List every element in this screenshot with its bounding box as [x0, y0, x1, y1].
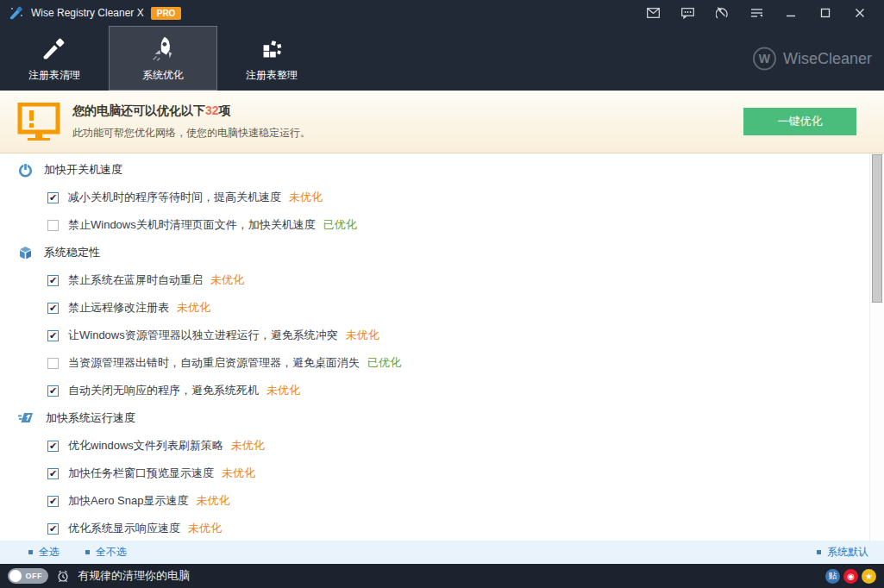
nav-tab-bar: 注册表清理系统优化注册表整理 W WiseCleaner: [0, 26, 884, 91]
status-badge: 未优化: [346, 328, 379, 343]
optimizable-count: 32: [205, 103, 219, 117]
brand-logo: W WiseCleaner: [753, 47, 872, 70]
group-header: 加快开关机速度: [0, 156, 884, 184]
scrollbar-track[interactable]: [869, 153, 884, 541]
item-checkbox[interactable]: ✔: [47, 523, 59, 535]
item-label: 禁止系统在蓝屏时自动重启: [68, 272, 203, 288]
wrench-icon: [716, 7, 729, 20]
item-checkbox[interactable]: [47, 358, 59, 369]
system-default-link[interactable]: 系统默认: [817, 545, 868, 560]
select-all-link[interactable]: 全选: [28, 545, 60, 560]
list-item[interactable]: ✔禁止远程修改注册表未优化: [0, 294, 884, 322]
maximize-icon: [820, 8, 831, 18]
bullet-icon: [817, 550, 821, 554]
select-none-link[interactable]: 全不选: [85, 545, 127, 560]
item-label: 当资源管理器出错时，自动重启资源管理器，避免桌面消失: [68, 355, 360, 371]
item-label: 加快任务栏窗口预览显示速度: [68, 466, 214, 481]
item-label: 减小关机时的程序等待时间，提高关机速度: [68, 190, 281, 205]
status-badge: 未优化: [177, 300, 210, 316]
tab-label: 注册表整理: [246, 68, 298, 83]
close-icon: [855, 8, 865, 18]
pro-badge: PRO: [151, 7, 182, 20]
notice-subtitle: 此功能可帮您优化网络，使您的电脑快速稳定运行。: [72, 126, 743, 141]
item-label: 让Windows资源管理器以独立进程运行，避免系统冲突: [68, 328, 338, 343]
rocket-icon: [148, 34, 178, 64]
maximize-button[interactable]: [808, 0, 843, 26]
optimization-list-panel: 加快开关机速度✔减小关机时的程序等待时间，提高关机速度未优化禁止Windows关…: [0, 153, 884, 541]
item-checkbox[interactable]: ✔: [47, 303, 59, 314]
status-bar: OFF 有规律的清理你的电脑 贴◉★: [0, 564, 884, 588]
tab-defrag[interactable]: 注册表整理: [217, 26, 326, 91]
item-checkbox[interactable]: ✔: [47, 192, 59, 203]
menu-button[interactable]: [739, 0, 774, 26]
window-title: Wise Registry Cleaner X: [31, 7, 144, 19]
item-checkbox[interactable]: ✔: [47, 275, 59, 286]
notice-bar: 您的电脑还可以优化以下32项 此功能可帮您优化网络，使您的电脑快速稳定运行。 一…: [0, 91, 884, 153]
brush-icon: [40, 34, 69, 64]
toggle-knob: [9, 570, 22, 582]
brand-circle-icon: W: [753, 47, 776, 70]
status-text: 有规律的清理你的电脑: [78, 568, 190, 584]
status-badge: 未优化: [196, 493, 229, 509]
item-checkbox[interactable]: ✔: [47, 441, 59, 452]
list-item[interactable]: ✔优化系统显示响应速度未优化: [0, 515, 884, 542]
tab-label: 系统优化: [142, 68, 184, 83]
mail-button[interactable]: [636, 0, 670, 26]
item-checkbox[interactable]: [47, 220, 59, 231]
status-badge: 未优化: [210, 272, 244, 288]
group-title: 加快开关机速度: [44, 162, 122, 178]
list-item[interactable]: ✔加快Aero Snap显示速度未优化: [0, 487, 884, 515]
tab-tuneup[interactable]: 系统优化: [109, 26, 217, 91]
status-badge: 已优化: [367, 355, 401, 371]
titlebar: Wise Registry Cleaner X PRO: [0, 0, 884, 26]
one-click-optimize-button[interactable]: 一键优化: [743, 108, 856, 135]
status-badge: 未优化: [188, 521, 222, 536]
item-checkbox[interactable]: ✔: [47, 496, 59, 507]
item-label: 加快Aero Snap显示速度: [68, 493, 188, 509]
feedback-button[interactable]: [670, 0, 705, 26]
minimize-icon: [786, 8, 796, 18]
notice-title: 您的电脑还可以优化以下32项: [72, 103, 743, 119]
feedback-icon: [681, 8, 694, 19]
scrollbar-thumb[interactable]: [872, 154, 882, 303]
item-label: 优化系统显示响应速度: [68, 521, 180, 536]
schedule-toggle[interactable]: OFF: [8, 568, 48, 584]
cube-icon: [18, 246, 33, 260]
status-badge: 未优化: [266, 383, 300, 398]
weibo-icon[interactable]: ◉: [843, 569, 858, 584]
defrag-icon: [257, 34, 286, 64]
list-item[interactable]: 当资源管理器出错时，自动重启资源管理器，避免桌面消失已优化: [0, 349, 884, 377]
item-checkbox[interactable]: ✔: [47, 468, 59, 479]
group-title: 系统稳定性: [44, 245, 100, 260]
list-item[interactable]: ✔自动关闭无响应的程序，避免系统死机未优化: [0, 377, 884, 404]
item-label: 禁止远程修改注册表: [68, 300, 169, 316]
list-item[interactable]: ✔加快任务栏窗口预览显示速度未优化: [0, 460, 884, 487]
minimize-button[interactable]: [774, 0, 808, 26]
list-item[interactable]: ✔减小关机时的程序等待时间，提高关机速度未优化: [0, 184, 884, 211]
group-header: 加快系统运行速度: [0, 404, 884, 432]
status-badge: 已优化: [323, 217, 357, 233]
warning-monitor-icon: [17, 103, 60, 141]
list-item[interactable]: ✔禁止系统在蓝屏时自动重启未优化: [0, 266, 884, 294]
item-label: 自动关闭无响应的程序，避免系统死机: [68, 383, 259, 398]
bullet-icon: [85, 550, 90, 554]
bullet-icon: [28, 550, 33, 554]
menu-icon: [750, 8, 763, 19]
item-checkbox[interactable]: ✔: [47, 385, 59, 397]
status-badge: 未优化: [222, 466, 255, 481]
support-button[interactable]: [705, 0, 739, 26]
close-button[interactable]: [843, 0, 877, 26]
qzone-icon[interactable]: ★: [862, 569, 876, 584]
list-item[interactable]: ✔优化windows文件列表刷新策略未优化: [0, 432, 884, 460]
brand-name: WiseCleaner: [783, 49, 872, 67]
tieba-icon[interactable]: 贴: [825, 569, 840, 584]
list-item[interactable]: 禁止Windows关机时清理页面文件，加快关机速度已优化: [0, 211, 884, 239]
list-item[interactable]: ✔让Windows资源管理器以独立进程运行，避免系统冲突未优化: [0, 322, 884, 349]
status-badge: 未优化: [231, 438, 265, 454]
selection-bar: 全选 全不选 系统默认: [0, 541, 884, 564]
speed-icon: [18, 411, 34, 425]
item-label: 禁止Windows关机时清理页面文件，加快关机速度: [68, 217, 316, 233]
status-badge: 未优化: [289, 190, 323, 205]
item-checkbox[interactable]: ✔: [47, 330, 59, 341]
tab-clean[interactable]: 注册表清理: [0, 26, 109, 91]
